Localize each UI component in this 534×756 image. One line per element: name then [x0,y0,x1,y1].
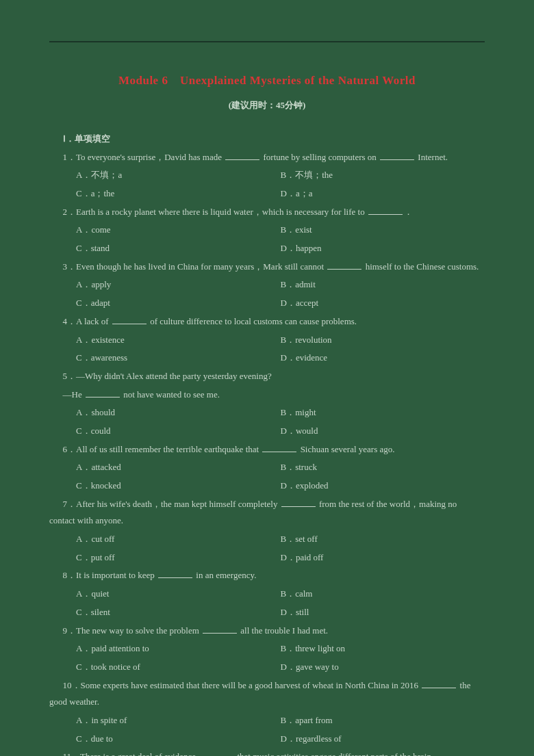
q2-c: C．stand [76,240,281,257]
q6-b: B．struck [281,459,485,476]
q10-a: A．in spite of [76,712,281,729]
q9-t2: all the trouble I had met. [238,625,328,636]
q9-stem: 9．The new way to solve the problem all t… [49,623,485,640]
q1-t1: 1．To everyone's surprise，David has made [63,152,225,162]
q6-stem: 6．All of us still remember the terrible … [49,441,485,458]
q8-b: B．calm [281,586,485,603]
blank [422,679,456,688]
q1-stem: 1．To everyone's surprise，David has made … [49,149,485,166]
q6-opts2: C．knockedD．exploded [76,478,485,495]
q11-t1: 11．There is a great deal of evidence [63,751,199,756]
blank [368,205,403,214]
blank [380,151,414,159]
q2-a: A．come [76,222,281,239]
q8-t1: 8．It is important to keep [63,570,157,580]
q10-t1: 10．Some experts have estimated that ther… [63,680,421,690]
q10-c: C．due to [76,731,281,748]
q7-opts2: C．put offD．paid off [76,549,485,566]
q11-t2: that music activities engage different p… [235,751,433,756]
q3-opts: A．applyB．admit [76,276,485,294]
q8-c: C．silent [76,604,281,621]
q8-stem: 8．It is important to keep in an emergenc… [49,567,485,584]
blank [262,443,296,452]
q7-d: D．paid off [281,549,485,566]
blank [203,624,237,633]
q5-stem2: —He not have wanted to see me. [49,387,485,404]
q2-opts: A．comeB．exist [76,222,485,239]
q10-stem: 10．Some experts have estimated that ther… [49,677,485,711]
q7-c: C．put off [76,549,281,566]
blank [112,315,147,324]
q9-opts2: C．took notice ofD．gave way to [76,659,485,676]
q4-b: B．revolution [281,332,485,349]
q4-c: C．awareness [76,350,281,367]
q1-d: D．a；a [281,185,485,203]
q2-t2: ． [404,207,413,217]
q5-c: C．could [76,423,281,440]
blank [327,260,361,269]
q4-t2: of culture difference to local customs c… [148,316,357,326]
q5-d: D．would [281,423,485,440]
q1-opts: A．不填；aB．不填；the [76,167,485,184]
q8-opts: A．quietB．calm [76,586,485,603]
q10-b: B．apart from [281,712,485,729]
q9-c: C．took notice of [76,659,281,676]
q4-t1: 4．A lack of [63,316,111,326]
blank [199,751,233,756]
q5-stem1: 5．—Why didn't Alex attend the party yest… [49,368,485,385]
q8-t2: in an emergency. [194,570,256,580]
q5-t1: —He [63,389,84,400]
q3-a: A．apply [76,276,281,294]
q9-opts: A．paid attention toB．threw light on [76,640,485,657]
q3-stem: 3．Even though he has lived in China for … [49,259,485,276]
q1-b: B．不填；the [281,167,485,184]
q5-opts: A．shouldB．might [76,404,485,421]
q5-a: A．should [76,404,281,421]
q7-t1: 7．After his wife's death，the man kept hi… [63,499,280,509]
q3-t2: himself to the Chinese customs. [363,261,479,272]
blank [86,388,120,397]
blank [158,569,192,578]
q3-d: D．accept [281,295,485,312]
time-note: (建议用时：45分钟) [49,97,485,114]
q9-d: D．gave way to [281,659,485,676]
q4-opts: A．existenceB．revolution [76,332,485,349]
q6-c: C．knocked [76,478,281,495]
q9-b: B．threw light on [281,640,485,657]
q2-stem: 2．Earth is a rocky planet where there is… [49,204,485,221]
q5-b: B．might [281,404,485,421]
q3-t1: 3．Even though he has lived in China for … [63,261,327,272]
section-heading: Ⅰ．单项填空 [49,131,485,148]
q5-opts2: C．couldD．would [76,423,485,440]
q4-d: D．evidence [281,350,485,367]
q2-b: B．exist [281,222,485,239]
q6-d: D．exploded [281,478,485,495]
q4-opts2: C．awarenessD．evidence [76,350,485,367]
q7-opts: A．cut offB．set off [76,531,485,548]
q10-opts: A．in spite ofB．apart from [76,712,485,729]
page: Module 6 Unexplained Mysteries of the Na… [0,0,534,756]
q7-a: A．cut off [76,531,281,548]
q6-a: A．attacked [76,459,281,476]
q6-t2: Sichuan several years ago. [298,444,394,454]
q6-t1: 6．All of us still remember the terrible … [63,444,262,454]
q8-opts2: C．silentD．still [76,604,485,621]
q10-opts2: C．due toD．regardless of [76,731,485,748]
q8-d: D．still [281,604,485,621]
q1-c: C．a；the [76,185,281,203]
q6-opts: A．attackedB．struck [76,459,485,476]
q8-a: A．quiet [76,586,281,603]
q1-t3: Internet. [416,152,448,162]
q2-opts2: C．standD．happen [76,240,485,257]
q1-opts2: C．a；theD．a；a [76,185,485,203]
module-title: Module 6 Unexplained Mysteries of the Na… [49,70,485,92]
blank [281,497,316,506]
q7-b: B．set off [281,531,485,548]
q3-b: B．admit [281,276,485,294]
top-rule [49,41,485,42]
q1-a: A．不填；a [76,167,281,184]
q2-d: D．happen [281,240,485,257]
q7-stem: 7．After his wife's death，the man kept hi… [49,496,485,530]
q11-stem: 11．There is a great deal of evidence tha… [49,748,485,756]
q10-d: D．regardless of [281,731,485,748]
